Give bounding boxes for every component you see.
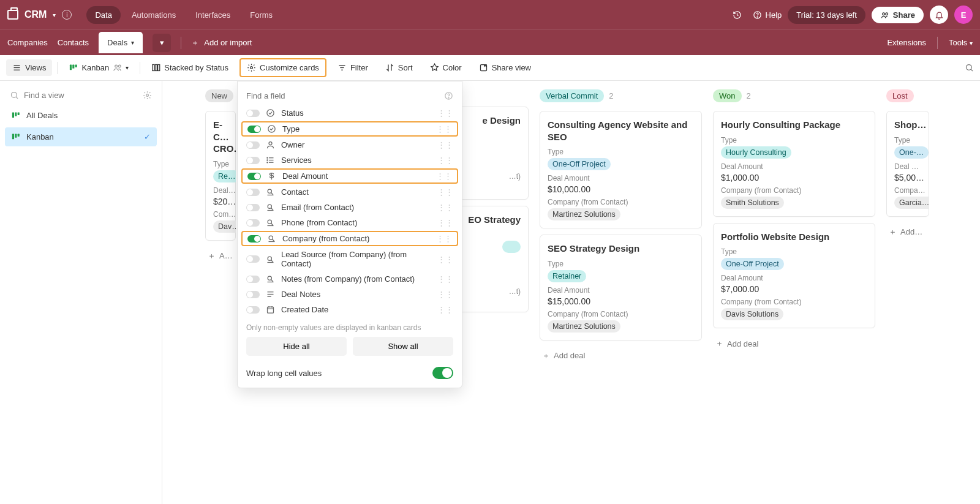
field-toggle[interactable] xyxy=(247,126,261,133)
drag-handle-icon[interactable]: ⋮⋮ xyxy=(437,156,453,165)
drag-handle-icon[interactable]: ⋮⋮ xyxy=(437,108,453,118)
tools-button[interactable]: Tools ▾ xyxy=(949,38,973,47)
tab-dropdown-icon[interactable]: ▾ xyxy=(153,34,171,52)
gear-icon[interactable] xyxy=(143,91,152,100)
field-row[interactable]: Contact⋮⋮ xyxy=(238,184,462,200)
views-button[interactable]: Views xyxy=(6,59,52,76)
deal-card[interactable]: E-C… CRO… Type Re… Deal… $20… Com… Dav… xyxy=(205,111,236,241)
add-deal-button[interactable]: ＋ A… xyxy=(205,247,236,265)
tab-companies[interactable]: Companies xyxy=(7,38,48,47)
field-label: Notes (from Company) (from Contact) xyxy=(281,274,415,284)
history-icon[interactable] xyxy=(728,6,747,24)
deal-card[interactable]: Portfolio Website Design Type One-Off Pr… xyxy=(713,223,875,329)
drag-handle-icon[interactable]: ⋮⋮ xyxy=(437,290,453,299)
trial-pill[interactable]: Trial: 13 days left xyxy=(788,6,865,24)
field-toggle[interactable] xyxy=(246,157,260,164)
view-all-deals[interactable]: All Deals xyxy=(5,106,157,125)
svg-line-48 xyxy=(271,224,273,225)
field-row[interactable]: Notes (from Company) (from Contact)⋮⋮ xyxy=(238,271,462,287)
avatar[interactable]: E xyxy=(954,6,973,24)
kanban-view-button[interactable]: Kanban ▾ xyxy=(62,59,135,76)
svg-point-23 xyxy=(146,94,149,97)
drag-handle-icon[interactable]: ⋮⋮ xyxy=(437,140,453,149)
customize-cards-popover: Status⋮⋮Type⋮⋮Owner⋮⋮Services⋮⋮Deal Amou… xyxy=(237,81,462,388)
drag-handle-icon[interactable]: ⋮⋮ xyxy=(437,187,453,197)
nav-automations[interactable]: Automations xyxy=(123,6,184,24)
field-row[interactable]: Deal Notes⋮⋮ xyxy=(238,287,462,302)
field-row[interactable]: Phone (from Contact)⋮⋮ xyxy=(238,215,462,230)
drag-handle-icon[interactable]: ⋮⋮ xyxy=(437,203,453,212)
field-toggle[interactable] xyxy=(246,110,260,117)
drag-handle-icon[interactable]: ⋮⋮ xyxy=(436,124,452,134)
stacked-by-button[interactable]: Stacked by Status xyxy=(145,59,235,76)
share-button[interactable]: Share xyxy=(872,7,924,23)
help-icon[interactable] xyxy=(444,91,453,100)
nav-interfaces[interactable]: Interfaces xyxy=(187,6,239,24)
field-row[interactable]: Email (from Contact)⋮⋮ xyxy=(238,200,462,215)
field-toggle[interactable] xyxy=(247,235,261,243)
add-or-import-button[interactable]: ＋ Add or import xyxy=(191,37,252,48)
field-toggle[interactable] xyxy=(246,291,260,298)
bell-icon[interactable] xyxy=(930,6,948,24)
field-toggle[interactable] xyxy=(246,255,260,263)
kanban-icon xyxy=(11,111,20,120)
drag-handle-icon[interactable]: ⋮⋮ xyxy=(437,218,453,227)
help-button[interactable]: Help xyxy=(753,10,782,20)
deal-card[interactable]: Shop… Type One-… Deal … $5,00… Compa… Ga… xyxy=(886,111,929,217)
drag-handle-icon[interactable]: ⋮⋮ xyxy=(436,171,452,181)
share-view-button[interactable]: Share view xyxy=(473,59,537,76)
find-view-input[interactable] xyxy=(5,87,157,103)
customize-cards-button[interactable]: Customize cards xyxy=(239,58,326,77)
field-row[interactable]: Type⋮⋮ xyxy=(241,121,458,137)
tab-contacts[interactable]: Contacts xyxy=(58,38,89,47)
field-row[interactable]: Deal Amount⋮⋮ xyxy=(241,168,458,184)
color-button[interactable]: Color xyxy=(424,59,468,76)
field-toggle[interactable] xyxy=(246,204,260,211)
field-row[interactable]: Services⋮⋮ xyxy=(238,152,462,168)
nav-forms[interactable]: Forms xyxy=(241,6,281,24)
app-name[interactable]: CRM xyxy=(24,9,47,20)
field-label: Type xyxy=(282,124,300,134)
chevron-down-icon[interactable]: ▾ xyxy=(53,12,56,18)
add-deal-button[interactable]: ＋ Add deal xyxy=(713,334,875,353)
drag-handle-icon[interactable]: ⋮⋮ xyxy=(437,274,453,284)
field-row[interactable]: Status⋮⋮ xyxy=(238,105,462,121)
deal-card[interactable]: Consulting Agency Website and SEO Type O… xyxy=(540,111,702,228)
drag-handle-icon[interactable]: ⋮⋮ xyxy=(436,234,452,243)
field-toggle[interactable] xyxy=(246,276,260,283)
deal-card[interactable]: Hourly Consulting Package Type Hourly Co… xyxy=(713,111,875,217)
field-row[interactable]: Lead Source (from Company) (from Contact… xyxy=(238,247,462,271)
svg-line-57 xyxy=(271,280,273,282)
users-icon xyxy=(113,63,122,72)
filter-button[interactable]: Filter xyxy=(331,59,374,76)
show-all-button[interactable]: Show all xyxy=(353,337,453,356)
deal-card[interactable]: SEO Strategy Design Type Retainer Deal A… xyxy=(540,235,702,340)
column-pill: New xyxy=(205,89,233,102)
wrap-toggle[interactable] xyxy=(432,367,453,379)
svg-line-51 xyxy=(273,239,274,241)
svg-line-42 xyxy=(271,193,273,195)
views-sidebar: All Deals Kanban ✓ xyxy=(0,81,162,504)
view-kanban[interactable]: Kanban ✓ xyxy=(5,127,157,146)
field-row[interactable]: Created Date⋮⋮ xyxy=(238,302,462,317)
extensions-button[interactable]: Extensions xyxy=(887,38,926,47)
field-toggle[interactable] xyxy=(247,173,261,180)
field-toggle[interactable] xyxy=(246,306,260,314)
field-toggle[interactable] xyxy=(246,141,260,149)
sort-button[interactable]: Sort xyxy=(379,59,419,76)
hide-all-button[interactable]: Hide all xyxy=(246,337,347,356)
search-icon[interactable] xyxy=(965,63,974,72)
info-icon[interactable]: i xyxy=(62,10,72,20)
popover-note: Only non-empty values are displayed in k… xyxy=(238,317,462,337)
field-row[interactable]: Owner⋮⋮ xyxy=(238,137,462,152)
add-deal-button[interactable]: ＋ Add deal xyxy=(540,347,702,365)
add-deal-button[interactable]: ＋ Add… xyxy=(886,223,929,241)
field-toggle[interactable] xyxy=(246,189,260,196)
field-toggle[interactable] xyxy=(246,219,260,227)
drag-handle-icon[interactable]: ⋮⋮ xyxy=(437,255,453,264)
field-row[interactable]: Company (from Contact)⋮⋮ xyxy=(241,231,458,246)
drag-handle-icon[interactable]: ⋮⋮ xyxy=(437,305,453,314)
nav-data[interactable]: Data xyxy=(86,6,120,24)
tab-deals[interactable]: Deals ▾ xyxy=(99,32,143,53)
find-field-input[interactable] xyxy=(246,91,439,100)
